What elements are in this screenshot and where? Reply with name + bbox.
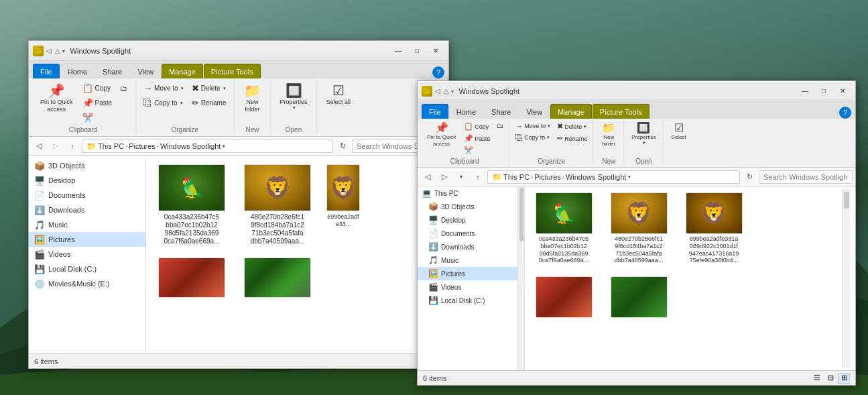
back-btn-2[interactable]: ◁ bbox=[420, 170, 435, 184]
sidebar-item-pictures-2[interactable]: 🖼️ Pictures bbox=[418, 267, 524, 280]
select-btn-1[interactable]: ☑ Select all bbox=[322, 81, 356, 109]
cut-btn-1[interactable]: ✂️ bbox=[79, 111, 116, 125]
qat-back-2[interactable]: ◁ bbox=[435, 87, 440, 95]
tab-picture-tools-2[interactable]: Picture Tools bbox=[593, 104, 649, 119]
paste-btn-2[interactable]: 📌 Paste bbox=[461, 133, 493, 144]
tab-picture-tools-1[interactable]: Picture Tools bbox=[204, 64, 261, 78]
maximize-btn-2[interactable]: □ bbox=[815, 84, 832, 98]
file-item-2-1[interactable]: 480e270b28e6fc19f8cd184ba7a1c271b3ec504a… bbox=[237, 161, 318, 249]
tab-file-2[interactable]: File bbox=[422, 104, 448, 119]
forward-btn-1[interactable]: ▷ bbox=[48, 139, 63, 154]
copy-to-btn-2[interactable]: ⿻ Copy to ▾ bbox=[513, 132, 553, 143]
tab-view-2[interactable]: View bbox=[519, 104, 550, 119]
sidebar-item-desktop-1[interactable]: 🖥️ Desktop bbox=[29, 173, 145, 188]
clipboard-label-1: Clipboard bbox=[69, 126, 98, 133]
address-path-1[interactable]: 📁 This PC › Pictures › Windows Spotlight… bbox=[82, 139, 333, 153]
cut-btn-2[interactable]: ✂️ bbox=[461, 145, 493, 156]
tiles-view-btn-2[interactable]: ⊟ bbox=[824, 373, 836, 384]
sidebar-scrollbar-2[interactable] bbox=[517, 186, 524, 370]
minimize-btn-2[interactable]: — bbox=[796, 84, 814, 98]
qat-up[interactable]: △ bbox=[55, 47, 60, 54]
sidebar-item-localdisk-2[interactable]: 💾 Local Disk (C:) bbox=[418, 294, 524, 307]
tab-file-1[interactable]: File bbox=[33, 64, 60, 78]
copy-btn-2[interactable]: 📋 Copy bbox=[461, 121, 493, 132]
sidebar-item-music-2[interactable]: 🎵 Music bbox=[418, 253, 524, 267]
file-item-2-2[interactable]: 480e270b28e6fc19f8cd184ba7a1c271b3ec504a… bbox=[605, 189, 672, 268]
file-item-3-2[interactable]: 699bea2adfe331a089d922c1001d1f947eac4173… bbox=[680, 189, 747, 268]
sidebar-item-music-1[interactable]: 🎵 Music bbox=[29, 217, 145, 232]
sidebar-item-videos-2[interactable]: 🎬 Videos bbox=[418, 280, 524, 294]
qat-back[interactable]: ◁ bbox=[46, 47, 52, 54]
copy-to-btn-1[interactable]: ⿻ Copy to ▾ bbox=[140, 96, 187, 110]
close-btn-2[interactable]: ✕ bbox=[834, 84, 851, 98]
minimize-btn-1[interactable]: — bbox=[389, 44, 407, 58]
tab-share-2[interactable]: Share bbox=[484, 104, 518, 119]
recent-btn-2[interactable]: ▾ bbox=[454, 170, 469, 184]
sidebar-item-videos-1[interactable]: 🎬 Videos bbox=[29, 247, 145, 262]
refresh-btn-2[interactable]: ↻ bbox=[742, 170, 757, 184]
close-btn-1[interactable]: ✕ bbox=[427, 44, 444, 58]
sidebar-item-3dobjects-2[interactable]: 📦 3D Objects bbox=[418, 200, 524, 213]
properties-btn-1[interactable]: 🔲 Properties ▾ bbox=[275, 81, 312, 113]
qat-up-2[interactable]: △ bbox=[444, 87, 449, 95]
delete-btn-1[interactable]: ✖ Delete ▾ bbox=[188, 81, 230, 95]
sidebar-item-downloads-2[interactable]: ⬇️ Downloads bbox=[418, 240, 524, 253]
select-btn-2[interactable]: ☑ Select bbox=[667, 121, 691, 142]
tab-manage-2[interactable]: Manage bbox=[550, 104, 592, 119]
pin-quick-access-btn-1[interactable]: 📌 Pin to Quickaccess bbox=[36, 81, 78, 116]
qat-dd-2[interactable]: ▾ bbox=[451, 89, 454, 95]
qat-dd[interactable]: ▾ bbox=[62, 48, 65, 54]
organize-col1-2: → Move to ▾ ⿻ Copy to ▾ bbox=[513, 121, 553, 143]
new-folder-btn-1[interactable]: 📁 Newfolder bbox=[239, 81, 266, 116]
file-item-4-2[interactable] bbox=[530, 273, 597, 321]
properties-btn-2[interactable]: 🔲 Properties ▾ bbox=[627, 121, 660, 148]
tab-manage-1[interactable]: Manage bbox=[162, 64, 203, 78]
sidebar-item-downloads-1[interactable]: ⬇️ Downloads bbox=[29, 203, 145, 217]
sidebar-item-documents-2[interactable]: 📄 Documents bbox=[418, 227, 524, 240]
up-btn-1[interactable]: ↑ bbox=[65, 139, 80, 154]
organize-label-1: Organize bbox=[172, 126, 199, 133]
tab-home-2[interactable]: Home bbox=[449, 104, 483, 119]
sidebar-item-3dobjects-1[interactable]: 📦 3D Objects bbox=[29, 158, 145, 173]
clipboard-item-btn-1[interactable]: 🗂 bbox=[117, 82, 131, 95]
new-folder-btn-2[interactable]: 📁 Newfolder bbox=[597, 121, 621, 149]
tab-home-1[interactable]: Home bbox=[60, 64, 95, 78]
sidebar-item-documents-1[interactable]: 📄 Documents bbox=[29, 188, 145, 203]
file-item-1-1[interactable]: 0ca433a236b47c5bba07ec1b02b1298d5fa2135d… bbox=[151, 161, 232, 249]
refresh-btn-1[interactable]: ↻ bbox=[335, 139, 350, 154]
file-item-1-2[interactable]: 0ca433a236b47c5bba07ec1b02b1298d5fa2135d… bbox=[530, 189, 597, 268]
search-input-2[interactable] bbox=[759, 170, 853, 184]
file-item-5-1[interactable] bbox=[237, 254, 318, 301]
delete-btn-2[interactable]: ✖ Delete ▾ bbox=[554, 121, 590, 132]
sidebar-item-desktop-2[interactable]: 🖥️ Desktop bbox=[418, 213, 524, 227]
maximize-btn-1[interactable]: □ bbox=[408, 44, 426, 58]
forward-btn-2[interactable]: ▷ bbox=[437, 170, 452, 184]
file-item-3-1[interactable]: 699bea2adfe33... bbox=[323, 161, 363, 249]
up-btn-2[interactable]: ↑ bbox=[471, 170, 485, 184]
rename-btn-1[interactable]: ✏ Rename bbox=[188, 96, 230, 110]
copy-btn-1[interactable]: 📋 Copy bbox=[79, 81, 116, 95]
back-btn-1[interactable]: ◁ bbox=[32, 139, 46, 154]
pin-quick-access-btn-2[interactable]: 📌 Pin to Quickaccess bbox=[423, 121, 460, 149]
clipboard-item-btn-2[interactable]: 🗂 bbox=[494, 121, 506, 131]
rename-btn-2[interactable]: ✏ Rename bbox=[554, 133, 590, 144]
sidebar-item-localdisk-1[interactable]: 💾 Local Disk (C:) bbox=[29, 262, 145, 276]
sidebar-scroll-thumb-2[interactable] bbox=[519, 188, 523, 241]
sidebar-item-moviesmusic-1[interactable]: 💿 Movies&Music (E:) bbox=[29, 276, 145, 291]
scroll-thumb-2[interactable] bbox=[844, 192, 849, 209]
file-item-4-1[interactable] bbox=[151, 254, 232, 301]
address-path-2[interactable]: 📁 This PC › Pictures › Windows Spotlight… bbox=[487, 170, 740, 184]
help-btn-2[interactable]: ? bbox=[839, 107, 851, 119]
paste-btn-1[interactable]: 📌 Paste bbox=[79, 96, 116, 110]
help-btn-1[interactable]: ? bbox=[432, 66, 444, 78]
details-view-btn-2[interactable]: ☰ bbox=[811, 373, 823, 384]
file-item-5-2[interactable] bbox=[605, 273, 672, 321]
scrollbar-2[interactable] bbox=[842, 189, 850, 368]
large-icons-view-btn-2[interactable]: ⊞ bbox=[838, 373, 850, 384]
move-to-btn-1[interactable]: → Move to ▾ bbox=[140, 81, 187, 95]
sidebar-item-thispc-2[interactable]: 💻 This PC bbox=[418, 186, 524, 200]
sidebar-item-pictures-1[interactable]: 🖼️ Pictures bbox=[29, 232, 145, 247]
tab-view-1[interactable]: View bbox=[130, 64, 161, 78]
tab-share-1[interactable]: Share bbox=[95, 64, 129, 78]
move-to-btn-2[interactable]: → Move to ▾ bbox=[513, 121, 553, 131]
